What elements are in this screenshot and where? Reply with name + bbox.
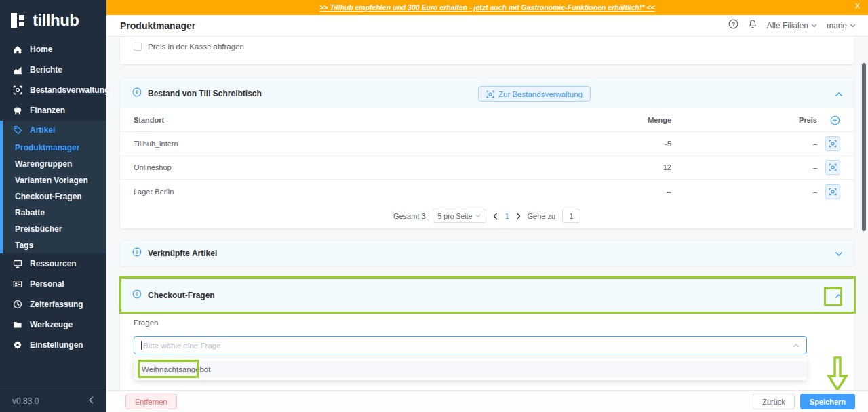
text-cursor xyxy=(141,341,142,350)
user-menu[interactable]: marie xyxy=(827,21,856,30)
scan-icon xyxy=(12,85,22,96)
sidebar-item-zeiterfassung[interactable]: Zeiterfassung xyxy=(0,294,106,314)
next-page-icon[interactable] xyxy=(516,213,521,220)
sidebar: tillhub Home Berichte Bestandsverwaltung… xyxy=(0,0,106,412)
piggy-bank-icon xyxy=(12,106,22,116)
monitor-icon xyxy=(12,259,22,269)
chevron-up-icon xyxy=(793,344,800,348)
sidebar-item-bestandsverwaltung[interactable]: Bestandsverwaltung xyxy=(0,80,106,100)
expand-chevron-down-icon[interactable] xyxy=(835,247,843,260)
page-number[interactable]: 1 xyxy=(505,212,509,220)
app-version: v0.83.0 xyxy=(12,396,39,406)
sidebar-item-berichte[interactable]: Berichte xyxy=(0,60,106,80)
scan-icon xyxy=(829,140,837,148)
notifications-bell-icon[interactable] xyxy=(748,19,757,32)
dropdown-option[interactable]: Weihnachtsangebot xyxy=(134,361,807,377)
vertical-scrollbar[interactable] xyxy=(862,63,866,231)
chart-icon xyxy=(12,65,22,75)
sidebar-subitem-rabatte[interactable]: Rabatte xyxy=(3,205,106,221)
page-size-select[interactable]: 5 pro Seite xyxy=(433,209,487,223)
collapse-chevron-up-icon[interactable] xyxy=(835,289,843,302)
stock-card: Bestand von Till Schreibtisch Zur Bestan… xyxy=(120,78,854,228)
pagination: Gesamt 3 5 pro Seite 1 Gehe zu xyxy=(120,203,854,228)
id-card-icon xyxy=(12,279,22,289)
page-title: Produktmanager xyxy=(120,20,195,31)
sidebar-item-personal[interactable]: Personal xyxy=(0,274,106,294)
sidebar-item-werkzeuge[interactable]: Werkzeuge xyxy=(0,314,106,335)
table-row[interactable]: Tillhub_intern -5 – xyxy=(120,132,854,156)
folder-icon xyxy=(12,320,22,330)
stock-section-header[interactable]: Bestand von Till Schreibtisch Zur Bestan… xyxy=(120,78,854,108)
scan-icon xyxy=(486,90,494,98)
save-button[interactable]: Speichern xyxy=(800,394,855,409)
sidebar-footer: v0.83.0 xyxy=(0,390,106,412)
sidebar-nav: Home Berichte Bestandsverwaltung Finanze… xyxy=(0,39,106,355)
price-settings-card: Preis in der Kasse abfragen xyxy=(120,37,854,64)
banner-close-icon[interactable]: X xyxy=(855,3,860,10)
content-area: Preis in der Kasse abfragen Bestand von … xyxy=(106,37,868,390)
sidebar-group-artikel: Artikel Produktmanager Warengruppen Vari… xyxy=(0,121,106,253)
goto-page-input[interactable] xyxy=(562,209,580,223)
prev-page-icon[interactable] xyxy=(493,213,498,220)
sidebar-subitem-tags[interactable]: Tags xyxy=(3,237,106,253)
checkout-questions-header[interactable]: Checkout-Fragen xyxy=(120,278,854,312)
price-ask-checkbox-label: Preis in der Kasse abfragen xyxy=(148,43,244,51)
linked-articles-title: Verknüpfte Artikel xyxy=(148,249,217,258)
sidebar-item-home[interactable]: Home xyxy=(0,39,106,60)
price-ask-checkbox[interactable] xyxy=(134,43,142,51)
chevron-down-icon xyxy=(811,24,817,28)
delete-button[interactable]: Entfernen xyxy=(125,394,177,409)
pagination-total: Gesamt 3 xyxy=(393,212,426,220)
tillhub-logo-icon xyxy=(11,12,27,28)
sidebar-subitem-warengruppen[interactable]: Warengruppen xyxy=(3,156,106,172)
scan-icon xyxy=(829,188,837,196)
sidebar-subitem-varianten-vorlagen[interactable]: Varianten Vorlagen xyxy=(3,172,106,188)
sidebar-subitem-preisbuecher[interactable]: Preisbücher xyxy=(3,221,106,237)
app-window: tillhub Home Berichte Bestandsverwaltung… xyxy=(0,0,868,412)
linked-articles-card: Verknüpfte Artikel xyxy=(120,241,854,266)
user-name: marie xyxy=(827,21,847,30)
row-scan-button[interactable] xyxy=(825,136,840,151)
linked-articles-header[interactable]: Verknüpfte Artikel xyxy=(120,241,854,266)
row-scan-button[interactable] xyxy=(825,160,840,175)
clock-icon xyxy=(12,300,22,310)
action-footer: Entfernen Zurück Speichern xyxy=(106,390,868,412)
table-row[interactable]: Lager Berlin -- – xyxy=(120,180,854,203)
svg-text:?: ? xyxy=(732,21,735,28)
sidebar-item-ressourcen[interactable]: Ressourcen xyxy=(0,253,106,274)
chevron-down-icon xyxy=(850,24,856,28)
sidebar-item-finanzen[interactable]: Finanzen xyxy=(0,100,106,121)
sidebar-item-artikel[interactable]: Artikel xyxy=(3,121,106,140)
row-scan-button[interactable] xyxy=(825,184,840,199)
stock-table-header: Standort Menge Preis xyxy=(120,108,854,132)
goto-inventory-button[interactable]: Zur Bestandsverwaltung xyxy=(478,86,591,102)
tillhub-logo-text: tillhub xyxy=(33,11,79,30)
add-stock-icon[interactable] xyxy=(817,115,840,125)
sidebar-subitem-produktmanager[interactable]: Produktmanager xyxy=(3,140,106,156)
table-row[interactable]: Onlineshop 12 – xyxy=(120,156,854,180)
stock-section-title: Bestand von Till Schreibtisch xyxy=(148,89,262,98)
back-button[interactable]: Zurück xyxy=(753,394,795,409)
goto-label: Gehe zu xyxy=(528,212,556,220)
question-select[interactable]: Bitte wähle eine Frage xyxy=(134,336,807,354)
sidebar-subitem-checkout-fragen[interactable]: Checkout-Fragen xyxy=(3,188,106,205)
question-dropdown: Weihnachtsangebot xyxy=(134,358,807,380)
sidebar-collapse-icon[interactable] xyxy=(88,396,94,406)
checkout-questions-title: Checkout-Fragen xyxy=(148,291,215,300)
help-icon[interactable]: ? xyxy=(728,19,738,32)
chevron-down-icon xyxy=(475,214,481,218)
info-icon xyxy=(132,247,142,260)
home-icon xyxy=(12,45,22,55)
collapse-chevron-up-icon[interactable] xyxy=(835,87,843,100)
promo-banner-link[interactable]: >> Tillhub empfehlen und 300 Euro erhalt… xyxy=(319,3,655,12)
gear-icon xyxy=(12,340,22,350)
topbar: Produktmanager ? Alle Filialen marie xyxy=(106,15,868,37)
promo-banner: >> Tillhub empfehlen und 300 Euro erhalt… xyxy=(106,0,868,15)
select-placeholder: Bitte wähle eine Frage xyxy=(143,342,793,350)
sidebar-item-einstellungen[interactable]: Einstellungen xyxy=(0,335,106,355)
fragen-field-label: Fragen xyxy=(134,318,158,327)
info-icon xyxy=(132,87,142,100)
tillhub-logo[interactable]: tillhub xyxy=(0,0,106,38)
info-icon xyxy=(132,289,142,302)
branch-filter-dropdown[interactable]: Alle Filialen xyxy=(767,21,817,30)
